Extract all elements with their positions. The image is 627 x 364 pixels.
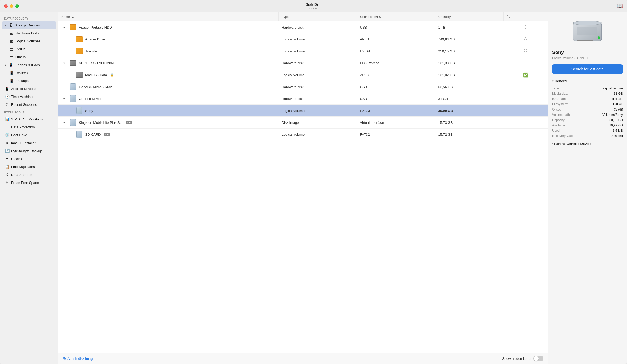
iphones-icon: 📱 <box>8 62 13 67</box>
generic-icon <box>76 107 82 114</box>
cell-type: Logical volume <box>279 33 357 45</box>
cell-type: Logical volume <box>279 45 357 57</box>
byte-backup-icon: 🔄 <box>5 148 10 153</box>
clean-up-label: Clean Up <box>11 157 25 161</box>
expand-icon[interactable]: ▾ <box>63 62 67 65</box>
devices-icon: 📱 <box>9 70 14 75</box>
th-name[interactable]: Name ▲ <box>58 12 279 21</box>
expand-icon[interactable]: ▾ <box>63 97 67 100</box>
row-name-text: Apacer Drive <box>85 37 105 41</box>
close-button[interactable] <box>4 4 8 8</box>
table-row[interactable]: Sony Logical volume EXFAT 30,99 GB 🛡 <box>58 105 548 117</box>
hardware-disks-icon: 🖴 <box>9 31 14 35</box>
cell-shield: ✅ <box>504 69 548 81</box>
cell-shield <box>504 129 548 140</box>
table-row[interactable]: Apacer Drive Logical volume APFS 749,83 … <box>58 33 548 45</box>
backups-label: Backups <box>15 79 29 83</box>
table-header-row: Name ▲ Type Connection/FS Capacity <box>58 12 548 21</box>
sidebar-item-erase-free-space[interactable]: ✳ Erase Free Space <box>2 179 56 186</box>
expand-icon[interactable]: ▾ <box>63 121 67 124</box>
storage-devices-label: Storage Devices <box>15 23 40 27</box>
svg-rect-4 <box>577 40 593 41</box>
sidebar-item-clean-up[interactable]: ✦ Clean Up <box>2 155 56 162</box>
cell-shield <box>504 81 548 93</box>
cell-capacity: 121,33 GB <box>435 57 504 69</box>
ssd-icon <box>76 72 83 78</box>
maximize-button[interactable] <box>15 4 19 8</box>
table-row[interactable]: ▾ APPLE SSD AP0128M Hardware disk PCI-Ex… <box>58 57 548 69</box>
sidebar-item-hardware-disks[interactable]: 🖴 Hardware Disks <box>2 29 56 37</box>
sidebar-item-time-machine[interactable]: 🕐 Time Machine <box>2 93 56 100</box>
cell-connection: EXFAT <box>357 45 435 57</box>
sidebar-item-data-protection[interactable]: 🛡 Data Protection <box>2 123 56 131</box>
table-row[interactable]: ▾ Apacer Portable HDD Hardware disk USB … <box>58 21 548 33</box>
sidebar: Data Recovery ▾ 🗄 Storage Devices 🖴 Hard… <box>0 12 58 364</box>
data-protection-icon: 🛡 <box>5 125 10 129</box>
sidebar-item-backups[interactable]: 📱 Backups <box>2 77 56 84</box>
iphones-ipads-label: iPhones & iPads <box>15 63 40 67</box>
find-duplicates-label: Find Duplicates <box>11 165 35 169</box>
disk-icon-cell <box>76 36 83 42</box>
table-row[interactable]: Generic- MicroSD/M2 Hardware disk USB 62… <box>58 81 548 93</box>
byte-backup-label: Byte-to-byte Backup <box>11 149 42 153</box>
cell-connection: USB <box>357 81 435 93</box>
sidebar-item-others[interactable]: 🖴 Others <box>2 53 56 61</box>
book-icon[interactable]: 📖 <box>617 3 623 9</box>
show-hidden-toggle[interactable] <box>533 356 543 361</box>
info-row-bsd: BSD name: disk3s1 <box>552 96 623 102</box>
row-name-text: Transfer <box>85 49 98 53</box>
sidebar-item-iphones-ipads[interactable]: ▾ 📱 iPhones & iPads <box>2 61 56 69</box>
sidebar-item-android[interactable]: 📱 Android Devices <box>2 85 56 92</box>
logical-volumes-label: Logical Volumes <box>15 39 40 43</box>
cell-shield <box>504 93 548 105</box>
table-row[interactable]: Transfer Logical volume EXFAT 250,15 GB … <box>58 45 548 57</box>
sidebar-item-raids[interactable]: 🖴 RAIDs <box>2 45 56 53</box>
hdd-icon <box>70 24 76 30</box>
sidebar-item-macos-installer[interactable]: ⊗ macOS Installer <box>2 139 56 147</box>
expand-icon[interactable]: ▾ <box>63 26 67 29</box>
sidebar-item-logical-volumes[interactable]: 🖴 Logical Volumes <box>2 37 56 45</box>
sidebar-item-boot-drive[interactable]: 💿 Boot Drive <box>2 131 56 139</box>
sidebar-item-devices[interactable]: 📱 Devices <box>2 69 56 76</box>
sidebar-item-recent-sessions[interactable]: ⏱ Recent Sessions <box>2 101 56 108</box>
general-section-header: ▾ General <box>552 79 623 83</box>
table-row[interactable]: ▾ Kingston MobileLite Plus S... R/O Disk… <box>58 117 548 129</box>
th-capacity[interactable]: Capacity <box>435 12 504 21</box>
row-name-text: MacOS - Data <box>85 73 107 77</box>
th-connection[interactable]: Connection/FS <box>357 12 435 21</box>
sidebar-item-smart[interactable]: 📊 S.M.A.R.T. Monitoring <box>2 115 56 123</box>
row-name-text: Generic Device <box>79 97 102 101</box>
cell-connection: APFS <box>357 69 435 81</box>
attach-disk-button[interactable]: ⊕ Attach disk image... <box>62 356 97 361</box>
data-shredder-label: Data Shredder <box>11 173 34 177</box>
time-machine-label: Time Machine <box>11 95 33 99</box>
hardware-disks-label: Hardware Disks <box>15 31 40 35</box>
parent-section[interactable]: › Parent 'Generic Device' <box>552 142 623 146</box>
cell-shield: 🛡 <box>504 33 548 45</box>
extra-tools-label: Extra Tools <box>0 108 58 115</box>
th-type[interactable]: Type <box>279 12 357 21</box>
minimize-button[interactable] <box>10 4 13 8</box>
table-row[interactable]: SD CARD R/O Logical volume FAT32 15,72 G… <box>58 129 548 140</box>
plus-circle-icon: ⊕ <box>62 356 66 361</box>
others-label: Others <box>15 55 26 59</box>
raids-label: RAIDs <box>15 47 25 51</box>
sidebar-item-data-shredder[interactable]: 🖨 Data Shredder <box>2 171 56 178</box>
cell-name: ▾ Apacer Portable HDD <box>58 21 279 33</box>
sidebar-item-byte-backup[interactable]: 🔄 Byte-to-byte Backup <box>2 147 56 154</box>
sidebar-item-find-duplicates[interactable]: 📋 Find Duplicates <box>2 163 56 170</box>
ssd-icon <box>70 60 76 66</box>
boot-drive-icon: 💿 <box>5 133 10 137</box>
table-container[interactable]: Name ▲ Type Connection/FS Capacity <box>58 12 548 353</box>
cell-name: SD CARD R/O <box>58 129 279 140</box>
cell-connection: USB <box>357 93 435 105</box>
info-row-filesystem: Filesystem: EXFAT <box>552 102 623 107</box>
generic-icon <box>70 119 76 126</box>
cell-name: ▾ APPLE SSD AP0128M <box>58 57 279 69</box>
cell-shield <box>504 57 548 69</box>
table-row[interactable]: ▾ Generic Device Hardware disk USB 31 GB <box>58 93 548 105</box>
search-for-lost-data-button[interactable]: Search for lost data <box>552 64 623 74</box>
logical-volumes-icon: 🖴 <box>9 39 14 43</box>
table-row[interactable]: MacOS - Data 🔒 Logical volume APFS 121,0… <box>58 69 548 81</box>
sidebar-item-storage-devices[interactable]: ▾ 🗄 Storage Devices <box>2 21 56 29</box>
